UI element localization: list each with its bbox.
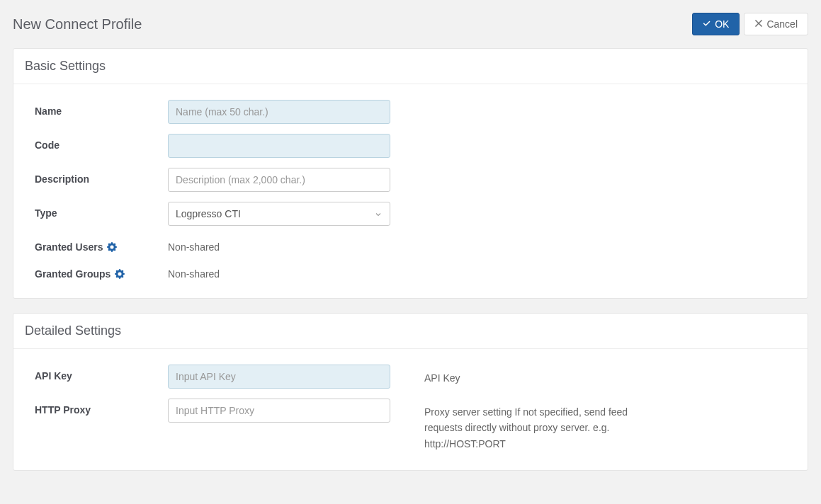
- type-select[interactable]: Logpresso CTI: [168, 202, 390, 226]
- api-key-help: API Key: [390, 365, 460, 386]
- page-title: New Connect Profile: [13, 16, 142, 33]
- http-proxy-input[interactable]: [168, 399, 390, 423]
- granted-users-label: Granted Users: [35, 236, 168, 253]
- description-input[interactable]: [168, 168, 390, 192]
- granted-users-label-text: Granted Users: [35, 241, 103, 253]
- chevron-down-icon: [374, 210, 383, 218]
- code-label: Code: [35, 134, 168, 151]
- cancel-button-label: Cancel: [766, 18, 798, 30]
- type-select-value: Logpresso CTI: [176, 208, 241, 219]
- gear-icon[interactable]: [107, 242, 117, 252]
- granted-groups-value: Non-shared: [168, 263, 220, 280]
- page-header: New Connect Profile OK Cancel: [13, 13, 808, 35]
- http-proxy-row: HTTP Proxy Proxy server setting If not s…: [35, 399, 786, 452]
- granted-users-row: Granted Users Non-shared: [35, 236, 786, 253]
- ok-button[interactable]: OK: [692, 13, 740, 35]
- detailed-settings-header: Detailed Settings: [13, 314, 808, 349]
- gear-icon[interactable]: [115, 269, 125, 279]
- api-key-label: API Key: [35, 365, 168, 382]
- code-input[interactable]: [168, 134, 390, 158]
- basic-settings-panel: Basic Settings Name Code Description: [13, 48, 808, 299]
- api-key-row: API Key API Key: [35, 365, 786, 389]
- detailed-settings-title: Detailed Settings: [25, 323, 796, 338]
- type-row: Type Logpresso CTI: [35, 202, 786, 226]
- header-buttons: OK Cancel: [692, 13, 808, 35]
- granted-groups-row: Granted Groups Non-shared: [35, 263, 786, 280]
- granted-users-value: Non-shared: [168, 236, 220, 253]
- basic-settings-header: Basic Settings: [13, 49, 808, 84]
- http-proxy-label: HTTP Proxy: [35, 399, 168, 416]
- check-icon: [703, 18, 711, 30]
- api-key-input[interactable]: [168, 365, 390, 389]
- code-row: Code: [35, 134, 786, 158]
- name-input[interactable]: [168, 100, 390, 124]
- name-label: Name: [35, 100, 168, 117]
- close-icon: [754, 18, 763, 30]
- granted-groups-label: Granted Groups: [35, 263, 168, 280]
- description-row: Description: [35, 168, 786, 192]
- description-label: Description: [35, 168, 168, 185]
- detailed-settings-panel: Detailed Settings API Key API Key HTTP P…: [13, 313, 808, 471]
- http-proxy-help: Proxy server setting If not specified, s…: [390, 399, 659, 452]
- cancel-button[interactable]: Cancel: [744, 13, 808, 35]
- type-label: Type: [35, 202, 168, 219]
- granted-groups-label-text: Granted Groups: [35, 268, 111, 280]
- basic-settings-title: Basic Settings: [25, 59, 796, 74]
- ok-button-label: OK: [715, 18, 729, 30]
- name-row: Name: [35, 100, 786, 124]
